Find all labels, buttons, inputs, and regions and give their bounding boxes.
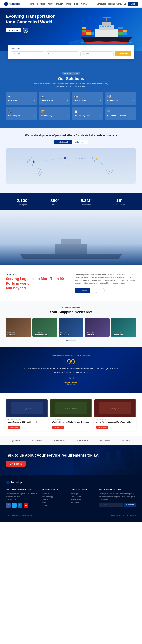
login-button[interactable]: Login — [128, 2, 138, 6]
dot-3[interactable] — [70, 340, 72, 341]
learn-more-button[interactable]: Learn More — [75, 288, 90, 293]
footer-link-blog[interactable]: Blog — [42, 501, 67, 504]
testimonial-text: Efficiency is their forte. Streamlined p… — [22, 367, 120, 374]
footer-link-about[interactable]: About Us — [42, 492, 67, 495]
svg-point-31 — [30, 164, 31, 164]
stat-employees-number: 2,100+ — [17, 198, 29, 203]
nav-contact-us[interactable]: Contact Us — [116, 3, 126, 5]
blog-card-2[interactable]: Certification 📅January 02, 2024 Why Cert… — [50, 399, 92, 431]
footer-email[interactable]: hello@tranship.com — [6, 496, 38, 498]
nav-contact[interactable]: Contact — [81, 3, 88, 5]
nav-page[interactable]: Page — [66, 3, 71, 5]
play-button[interactable]: ▶ — [23, 28, 28, 33]
twitter-icon[interactable]: t — [12, 503, 17, 508]
hero-title: Evolving Transportation for a Connected … — [6, 14, 61, 25]
solution-warehousing-2[interactable]: 📦 → Warehousing — [39, 107, 70, 120]
footer-contact-heading: Contact Information — [6, 488, 38, 490]
know-more-button[interactable]: Know More — [6, 28, 21, 32]
footer-link-contact[interactable]: Contact — [42, 504, 67, 506]
read-more-1[interactable]: READ MORE — [8, 426, 20, 428]
footer-service-ocean[interactable]: Ocean Freight — [71, 496, 95, 498]
solution-road-transport[interactable]: 🚛 → Road Transport — [72, 92, 103, 105]
solution-warehousing[interactable]: 🏭 → Warehousing — [105, 92, 136, 105]
blog-card-1[interactable]: Logistics 📅January 02, 2024 Logis Trends… — [6, 399, 48, 431]
linkedin-icon[interactable]: in — [18, 503, 23, 508]
blog-title-1: Logis Trends for 2024 and beyond — [8, 421, 46, 424]
logo[interactable]: T tranship — [4, 2, 20, 6]
newsletter-email-input[interactable] — [99, 503, 123, 507]
tab-individual[interactable]: An Individual — [54, 140, 72, 144]
stat-terminals: 15+ Terminal States — [113, 198, 125, 206]
nav-about[interactable]: About — [48, 3, 53, 5]
testimonial-author: Benjamin Reed — [6, 381, 136, 384]
blog-card-3[interactable]: AI Logistics 📅January 02, 2024 A.I. is M… — [94, 399, 136, 431]
footer-grid: Contact Information 9 Transport Street, … — [6, 488, 136, 508]
nav-blog[interactable]: Blog — [74, 3, 78, 5]
tab-company[interactable]: A Company — [72, 140, 88, 144]
footer-newsletter-form: SUBSCRIBE — [99, 503, 136, 507]
read-more-2[interactable]: READ MORE — [52, 426, 64, 428]
svg-point-33 — [34, 162, 35, 163]
svg-point-41 — [38, 168, 39, 169]
svg-point-70 — [98, 160, 99, 160]
footer-legal-links[interactable]: Privacy Policy | Terms & Conditions — [111, 515, 136, 516]
footer-link-shipegg[interactable]: Find a Shipegg — [42, 496, 67, 498]
card-healthcare[interactable]: MORE INFO → Healthcare — [58, 318, 84, 337]
footer-service-air[interactable]: Air Freight — [71, 492, 95, 495]
svg-point-44 — [41, 172, 42, 173]
warehousing-2-icon: 📦 — [41, 110, 68, 114]
nav-links: Home Services About Industry Page Blog C… — [29, 3, 88, 5]
dot-1[interactable] — [66, 340, 68, 341]
svg-point-85 — [33, 161, 35, 163]
testimonial-section: TESTIMONIALS FROM SATISFIED PARTNERS 99 … — [0, 347, 142, 393]
youtube-icon[interactable]: ▶ — [24, 503, 28, 508]
hero-section: Evolving Transportation for a Connected … — [0, 8, 142, 51]
stats-section: 2,100+ Employees 890+ Vessels 5.3M+ Mill… — [0, 194, 142, 210]
svg-rect-13 — [86, 32, 91, 34]
prev-button[interactable]: ← — [92, 288, 97, 293]
solution-ocean-freight[interactable]: 🚢 → Ocean Freight — [39, 92, 70, 105]
date-field[interactable]: 📅 Date — [81, 51, 114, 56]
nav-tracking[interactable]: Tracking — [107, 3, 115, 5]
from-field[interactable]: 📍 From — [11, 51, 44, 56]
subscribe-button[interactable]: SUBSCRIBE — [124, 503, 136, 507]
card-industrial[interactable]: MORE INFO → Industrial — [85, 318, 110, 337]
svg-point-69 — [94, 160, 95, 162]
card-ecommerce[interactable]: MORE INFO → Ecommerce — [111, 318, 136, 337]
footer-phone[interactable]: (408) 201-7021 — [6, 498, 38, 501]
card-consumer-retail[interactable]: MORE INFO → Consumer Retail — [32, 318, 57, 337]
cta-button[interactable]: Get in Touch — [6, 461, 26, 467]
dot-5[interactable] — [74, 340, 76, 341]
nav-industry[interactable]: Industry — [56, 3, 63, 5]
svg-point-60 — [67, 170, 67, 170]
dot-4[interactable] — [73, 340, 74, 341]
nav-schedules[interactable]: Schedules — [96, 3, 106, 5]
ports-left: ABOUT US Serving Logistics to More Than … — [6, 273, 67, 293]
hero-text: Evolving Transportation for a Connected … — [6, 14, 61, 33]
solutions-badge: OUR SERVICES — [62, 72, 80, 74]
retail-label: Consumer Retail — [34, 334, 48, 336]
footer-service-road[interactable]: Road Transport — [71, 498, 95, 501]
card-furniture[interactable]: MORE INFO → Furniture — [6, 318, 31, 337]
dot-2[interactable] — [68, 340, 69, 341]
facebook-icon[interactable]: f — [6, 503, 11, 508]
schedule-search-button[interactable]: SEARCH ▶ — [115, 51, 131, 56]
solution-contract-logistics[interactable]: 📋 → Contract Logistics — [72, 107, 103, 120]
solution-ecommerce[interactable]: 🛒 → E-Commerce Logistics — [105, 107, 136, 120]
svg-point-67 — [104, 159, 105, 160]
footer-service-rail[interactable]: Rail Freight — [71, 501, 95, 504]
shipping-section: INDUSTRY SECTORS Your Shipping Needs Met… — [0, 301, 142, 347]
svg-point-38 — [27, 158, 28, 158]
read-more-3[interactable]: READ MORE — [96, 426, 108, 428]
blog-img-1: Logistics — [6, 399, 48, 417]
svg-point-56 — [67, 164, 67, 164]
navbar: T tranship Home Services About Industry … — [0, 0, 142, 8]
svg-point-40 — [31, 157, 32, 158]
to-field[interactable]: 📍 To — [46, 51, 79, 56]
nav-home[interactable]: Home — [29, 3, 34, 5]
solution-air-freight[interactable]: ✈ → Air Freight — [6, 92, 37, 105]
nav-services[interactable]: Services — [37, 3, 45, 5]
solution-rail-transport[interactable]: 🚂 → Rail Transport — [6, 107, 37, 120]
footer-link-services[interactable]: Services — [42, 498, 67, 501]
next-button[interactable]: → — [99, 288, 105, 293]
